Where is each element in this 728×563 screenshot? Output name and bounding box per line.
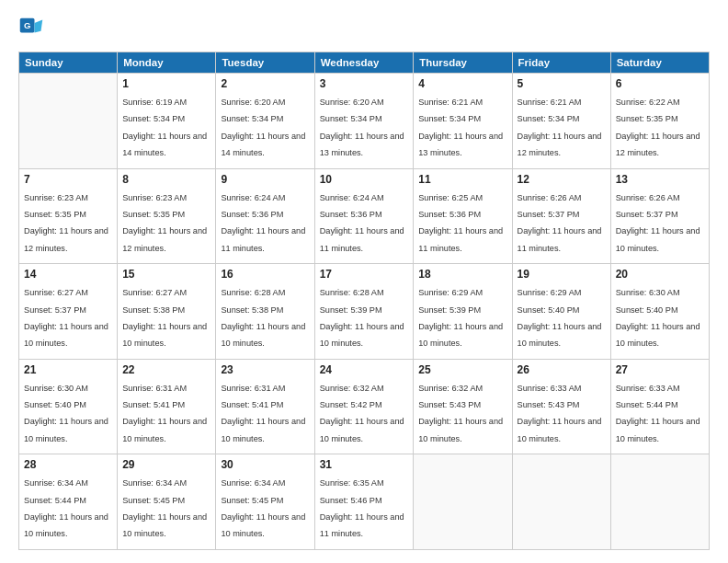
calendar-cell: 26 Sunrise: 6:33 AMSunset: 5:43 PMDaylig… (512, 359, 610, 454)
calendar-cell: 15 Sunrise: 6:27 AMSunset: 5:38 PMDaylig… (118, 264, 216, 360)
day-info: Sunrise: 6:31 AMSunset: 5:41 PMDaylight:… (122, 384, 207, 443)
day-info: Sunrise: 6:20 AMSunset: 5:34 PMDaylight:… (221, 98, 305, 157)
logo-icon: G (18, 17, 44, 42)
calendar-cell: 10 Sunrise: 6:24 AMSunset: 5:36 PMDaylig… (314, 168, 414, 264)
calendar-cell: 28 Sunrise: 6:34 AMSunset: 5:44 PMDaylig… (19, 454, 118, 550)
calendar-cell: 19 Sunrise: 6:29 AMSunset: 5:40 PMDaylig… (512, 264, 610, 360)
calendar-cell: 17 Sunrise: 6:28 AMSunset: 5:39 PMDaylig… (314, 264, 414, 360)
calendar-cell: 3 Sunrise: 6:20 AMSunset: 5:34 PMDayligh… (314, 74, 414, 169)
day-number: 5 (518, 77, 606, 90)
calendar-cell (512, 454, 610, 550)
day-info: Sunrise: 6:21 AMSunset: 5:34 PMDaylight:… (418, 98, 503, 157)
day-number: 9 (221, 173, 309, 186)
header: G (18, 17, 710, 42)
day-info: Sunrise: 6:30 AMSunset: 5:40 PMDaylight:… (24, 384, 108, 443)
calendar-cell: 25 Sunrise: 6:32 AMSunset: 5:43 PMDaylig… (414, 359, 512, 454)
day-number: 26 (518, 363, 606, 376)
calendar-cell (610, 454, 709, 550)
day-info: Sunrise: 6:32 AMSunset: 5:42 PMDaylight:… (320, 384, 404, 443)
calendar-cell: 9 Sunrise: 6:24 AMSunset: 5:36 PMDayligh… (216, 168, 314, 264)
calendar-cell (414, 454, 512, 550)
weekday-header: Wednesday (314, 52, 414, 74)
calendar-cell: 11 Sunrise: 6:25 AMSunset: 5:36 PMDaylig… (414, 168, 512, 264)
weekday-header: Thursday (414, 52, 512, 74)
day-number: 28 (24, 458, 112, 471)
weekday-header: Saturday (610, 52, 709, 74)
calendar-week-row: 21 Sunrise: 6:30 AMSunset: 5:40 PMDaylig… (19, 359, 710, 454)
day-info: Sunrise: 6:30 AMSunset: 5:40 PMDaylight:… (616, 288, 700, 348)
calendar-cell: 6 Sunrise: 6:22 AMSunset: 5:35 PMDayligh… (610, 74, 709, 169)
day-info: Sunrise: 6:31 AMSunset: 5:41 PMDaylight:… (221, 384, 305, 443)
day-info: Sunrise: 6:26 AMSunset: 5:37 PMDaylight:… (616, 193, 700, 253)
calendar-cell: 29 Sunrise: 6:34 AMSunset: 5:45 PMDaylig… (118, 454, 216, 550)
day-info: Sunrise: 6:33 AMSunset: 5:44 PMDaylight:… (616, 384, 700, 443)
day-info: Sunrise: 6:33 AMSunset: 5:43 PMDaylight:… (518, 384, 602, 443)
calendar-cell (19, 74, 118, 169)
calendar-cell: 1 Sunrise: 6:19 AMSunset: 5:34 PMDayligh… (118, 74, 216, 169)
day-number: 4 (418, 77, 506, 90)
calendar-cell: 12 Sunrise: 6:26 AMSunset: 5:37 PMDaylig… (512, 168, 610, 264)
day-info: Sunrise: 6:21 AMSunset: 5:34 PMDaylight:… (518, 98, 602, 157)
day-info: Sunrise: 6:29 AMSunset: 5:39 PMDaylight:… (418, 288, 503, 348)
day-number: 23 (221, 363, 309, 376)
calendar-cell: 22 Sunrise: 6:31 AMSunset: 5:41 PMDaylig… (118, 359, 216, 454)
calendar-week-row: 7 Sunrise: 6:23 AMSunset: 5:35 PMDayligh… (19, 168, 710, 264)
calendar-page: G SundayMondayTuesdayWednesdayThursdayFr… (0, 0, 728, 563)
day-number: 14 (24, 268, 112, 281)
weekday-header: Tuesday (216, 52, 314, 74)
day-number: 29 (122, 458, 210, 471)
calendar-cell: 21 Sunrise: 6:30 AMSunset: 5:40 PMDaylig… (19, 359, 118, 454)
calendar-cell: 27 Sunrise: 6:33 AMSunset: 5:44 PMDaylig… (610, 359, 709, 454)
day-number: 3 (320, 77, 409, 90)
day-number: 13 (616, 173, 704, 186)
day-info: Sunrise: 6:34 AMSunset: 5:45 PMDaylight:… (122, 478, 207, 538)
calendar-cell: 4 Sunrise: 6:21 AMSunset: 5:34 PMDayligh… (414, 74, 512, 169)
calendar-cell: 20 Sunrise: 6:30 AMSunset: 5:40 PMDaylig… (610, 264, 709, 360)
day-number: 27 (616, 363, 704, 376)
day-info: Sunrise: 6:29 AMSunset: 5:40 PMDaylight:… (518, 288, 602, 348)
calendar-cell: 31 Sunrise: 6:35 AMSunset: 5:46 PMDaylig… (314, 454, 414, 550)
day-number: 7 (24, 173, 112, 186)
day-info: Sunrise: 6:20 AMSunset: 5:34 PMDaylight:… (320, 98, 404, 157)
day-number: 12 (518, 173, 606, 186)
calendar-cell: 2 Sunrise: 6:20 AMSunset: 5:34 PMDayligh… (216, 74, 314, 169)
weekday-header: Monday (118, 52, 216, 74)
day-number: 16 (221, 268, 309, 281)
svg-text:G: G (24, 20, 30, 30)
day-number: 24 (320, 363, 409, 376)
calendar-table: SundayMondayTuesdayWednesdayThursdayFrid… (18, 52, 710, 550)
day-info: Sunrise: 6:24 AMSunset: 5:36 PMDaylight:… (221, 193, 305, 253)
day-info: Sunrise: 6:23 AMSunset: 5:35 PMDaylight:… (24, 193, 108, 253)
day-info: Sunrise: 6:24 AMSunset: 5:36 PMDaylight:… (320, 193, 404, 253)
calendar-week-row: 28 Sunrise: 6:34 AMSunset: 5:44 PMDaylig… (19, 454, 710, 550)
calendar-cell: 30 Sunrise: 6:34 AMSunset: 5:45 PMDaylig… (216, 454, 314, 550)
calendar-cell: 8 Sunrise: 6:23 AMSunset: 5:35 PMDayligh… (118, 168, 216, 264)
day-info: Sunrise: 6:28 AMSunset: 5:39 PMDaylight:… (320, 288, 404, 348)
day-info: Sunrise: 6:28 AMSunset: 5:38 PMDaylight:… (221, 288, 305, 348)
day-info: Sunrise: 6:25 AMSunset: 5:36 PMDaylight:… (418, 193, 503, 253)
day-number: 21 (24, 363, 112, 376)
day-number: 31 (320, 458, 409, 471)
day-number: 2 (221, 77, 309, 90)
day-number: 19 (518, 268, 606, 281)
calendar-cell: 14 Sunrise: 6:27 AMSunset: 5:37 PMDaylig… (19, 264, 118, 360)
day-number: 10 (320, 173, 409, 186)
day-number: 6 (616, 77, 704, 90)
day-info: Sunrise: 6:32 AMSunset: 5:43 PMDaylight:… (418, 384, 503, 443)
weekday-header: Sunday (19, 52, 118, 74)
day-info: Sunrise: 6:35 AMSunset: 5:46 PMDaylight:… (320, 478, 404, 538)
day-number: 22 (122, 363, 210, 376)
day-info: Sunrise: 6:26 AMSunset: 5:37 PMDaylight:… (518, 193, 602, 253)
day-number: 25 (418, 363, 506, 376)
calendar-week-row: 1 Sunrise: 6:19 AMSunset: 5:34 PMDayligh… (19, 74, 710, 169)
day-info: Sunrise: 6:27 AMSunset: 5:38 PMDaylight:… (122, 288, 207, 348)
day-number: 18 (418, 268, 506, 281)
weekday-header: Friday (512, 52, 610, 74)
day-info: Sunrise: 6:27 AMSunset: 5:37 PMDaylight:… (24, 288, 108, 348)
day-number: 11 (418, 173, 506, 186)
day-number: 8 (122, 173, 210, 186)
calendar-cell: 23 Sunrise: 6:31 AMSunset: 5:41 PMDaylig… (216, 359, 314, 454)
calendar-cell: 13 Sunrise: 6:26 AMSunset: 5:37 PMDaylig… (610, 168, 709, 264)
calendar-week-row: 14 Sunrise: 6:27 AMSunset: 5:37 PMDaylig… (19, 264, 710, 360)
calendar-header-row: SundayMondayTuesdayWednesdayThursdayFrid… (19, 52, 710, 74)
